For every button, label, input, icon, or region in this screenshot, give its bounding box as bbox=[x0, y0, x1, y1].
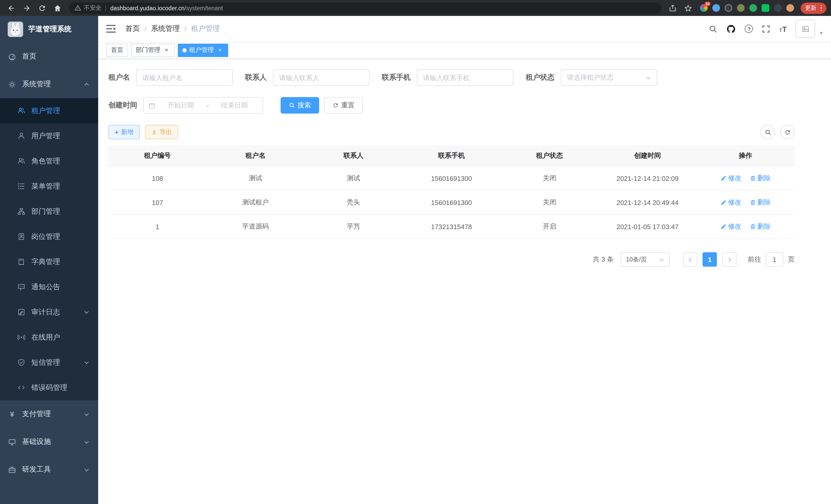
breadcrumb-home[interactable]: 首页 bbox=[125, 24, 140, 33]
page-size-select[interactable]: 10条/页 bbox=[621, 252, 670, 267]
extension-icon-7[interactable] bbox=[774, 4, 781, 12]
browser-menu-icon[interactable] bbox=[821, 5, 822, 11]
search-icon bbox=[289, 102, 295, 109]
close-icon[interactable]: × bbox=[163, 47, 170, 54]
chevron-left-icon bbox=[687, 257, 693, 262]
phone-field[interactable] bbox=[417, 69, 513, 86]
chevron-up-icon bbox=[84, 82, 89, 87]
delete-button[interactable]: 删除 bbox=[749, 174, 771, 183]
edit-log-icon bbox=[18, 308, 25, 316]
main-area: 首页 / 系统管理 / 租户管理 ? TT ▼ bbox=[98, 16, 831, 504]
sidebar-item-sms[interactable]: 短信管理 bbox=[0, 350, 98, 375]
refresh-icon bbox=[784, 129, 791, 136]
delete-button[interactable]: 删除 bbox=[749, 198, 771, 207]
edit-button[interactable]: 修改 bbox=[720, 174, 741, 183]
pencil-icon bbox=[720, 224, 726, 230]
next-page-button[interactable] bbox=[722, 252, 737, 267]
page: 芋道管理系统 首页 系统管理 租户管理 用户管理 bbox=[0, 16, 831, 504]
font-size-icon[interactable]: TT bbox=[779, 25, 787, 33]
export-button[interactable]: 导出 bbox=[145, 125, 178, 139]
status-label: 租户状态 bbox=[526, 73, 561, 82]
page-content: 租户名 联系人 联系手机 租户状态 请选择租户状态 bbox=[98, 59, 831, 504]
edit-button[interactable]: 修改 bbox=[720, 198, 741, 207]
tenant-name-field[interactable] bbox=[136, 69, 233, 86]
extension-icon-2[interactable] bbox=[712, 4, 720, 12]
sidebar-item-menus[interactable]: 菜单管理 bbox=[0, 174, 98, 199]
close-icon[interactable]: × bbox=[217, 47, 224, 54]
omnibox-divider bbox=[105, 5, 106, 11]
prev-page-button[interactable] bbox=[683, 252, 697, 267]
browser-forward-icon[interactable] bbox=[20, 2, 33, 14]
calendar-icon bbox=[148, 102, 155, 109]
avatar[interactable] bbox=[796, 20, 815, 38]
browser-update-button[interactable]: 更新 bbox=[800, 2, 826, 13]
browser-reload-icon[interactable] bbox=[35, 2, 49, 14]
app-logo[interactable]: 芋道管理系统 bbox=[0, 16, 98, 42]
sidebar-item-online-users[interactable]: 在线用户 bbox=[0, 325, 98, 350]
add-button[interactable]: + 新增 bbox=[109, 125, 140, 139]
browser-home-icon[interactable] bbox=[51, 2, 64, 14]
contact-input[interactable] bbox=[279, 74, 363, 82]
goto-page-input[interactable] bbox=[766, 252, 783, 267]
date-range-picker[interactable]: 开始日期 - 结束日期 bbox=[143, 97, 263, 114]
tab-departments[interactable]: 部门管理 × bbox=[131, 43, 175, 57]
broadcast-icon bbox=[18, 333, 25, 341]
extension-icon-4[interactable] bbox=[737, 4, 744, 12]
help-icon[interactable]: ? bbox=[745, 25, 753, 33]
sidebar-item-system[interactable]: 系统管理 bbox=[0, 70, 98, 98]
tenant-name-input[interactable] bbox=[142, 74, 227, 82]
share-icon[interactable] bbox=[666, 2, 679, 14]
sidebar-item-audit-log[interactable]: 审计日志 bbox=[0, 299, 98, 325]
sidebar-item-positions[interactable]: 岗位管理 bbox=[0, 224, 98, 249]
sidebar-item-infrastructure[interactable]: 基础设施 bbox=[0, 428, 98, 456]
edit-button[interactable]: 修改 bbox=[720, 222, 741, 231]
security-warning-icon bbox=[75, 5, 81, 11]
filter-status: 租户状态 请选择租户状态 bbox=[526, 69, 657, 86]
caret-down-icon[interactable]: ▼ bbox=[819, 31, 823, 35]
sidebar-item-departments[interactable]: 部门管理 bbox=[0, 199, 98, 224]
chevron-down-icon bbox=[84, 360, 89, 365]
trash-icon bbox=[749, 199, 756, 206]
shield-icon bbox=[18, 359, 25, 366]
bookmark-star-icon[interactable] bbox=[681, 2, 694, 14]
reset-button[interactable]: 重置 bbox=[324, 97, 363, 114]
sidebar-item-tenant[interactable]: 租户管理 bbox=[0, 98, 98, 123]
page-number-current[interactable]: 1 bbox=[703, 252, 717, 267]
sidebar-item-roles[interactable]: 角色管理 bbox=[0, 148, 98, 174]
search-button[interactable]: 搜索 bbox=[281, 97, 319, 114]
tab-home[interactable]: 首页 bbox=[106, 43, 128, 57]
contact-field[interactable] bbox=[273, 69, 370, 86]
sidebar-item-users[interactable]: 用户管理 bbox=[0, 123, 98, 148]
search-icon[interactable] bbox=[709, 24, 718, 33]
toggle-search-button[interactable] bbox=[761, 125, 775, 139]
delete-button[interactable]: 删除 bbox=[749, 222, 771, 231]
extension-icon-1[interactable]: 10 bbox=[700, 4, 708, 12]
update-label: 更新 bbox=[805, 4, 816, 12]
sidebar-item-payment[interactable]: ¥ 支付管理 bbox=[0, 400, 98, 428]
sidebar-item-dev-tools[interactable]: 研发工具 bbox=[0, 456, 98, 483]
extension-icon-5[interactable] bbox=[749, 4, 757, 12]
github-icon[interactable] bbox=[726, 24, 736, 34]
tab-tenant[interactable]: 租户管理 × bbox=[178, 43, 228, 57]
filter-contact: 联系人 bbox=[245, 69, 370, 86]
profile-avatar-icon[interactable] bbox=[786, 4, 794, 12]
sidebar-item-error-codes[interactable]: 错误码管理 bbox=[0, 375, 98, 400]
browser-back-icon[interactable] bbox=[5, 2, 18, 14]
hamburger-icon[interactable] bbox=[106, 24, 116, 33]
page-unit-label: 页 bbox=[788, 255, 795, 264]
phone-input[interactable] bbox=[423, 74, 507, 82]
pagination-total: 共 3 条 bbox=[593, 255, 613, 264]
extension-icon-3[interactable] bbox=[724, 4, 732, 12]
status-select[interactable]: 请选择租户状态 bbox=[561, 69, 657, 86]
extension-icon-6[interactable] bbox=[762, 4, 769, 12]
gear-icon bbox=[8, 80, 16, 88]
refresh-table-button[interactable] bbox=[780, 125, 795, 139]
sidebar-item-dictionary[interactable]: 字典管理 bbox=[0, 249, 98, 274]
sidebar-item-notices[interactable]: 通知公告 bbox=[0, 274, 98, 299]
table-row: 1 芋道源码 芋艿 17321315478 开启 2021-01-05 17:0… bbox=[109, 215, 795, 239]
sidebar-item-home[interactable]: 首页 bbox=[0, 42, 98, 70]
breadcrumb-current: 租户管理 bbox=[191, 24, 220, 33]
pagination: 共 3 条 10条/页 1 前往 页 bbox=[109, 252, 795, 267]
fullscreen-icon[interactable] bbox=[762, 24, 771, 33]
address-bar[interactable]: 不安全 dashboard.yudao.iocoder.cn /system/t… bbox=[69, 2, 661, 13]
